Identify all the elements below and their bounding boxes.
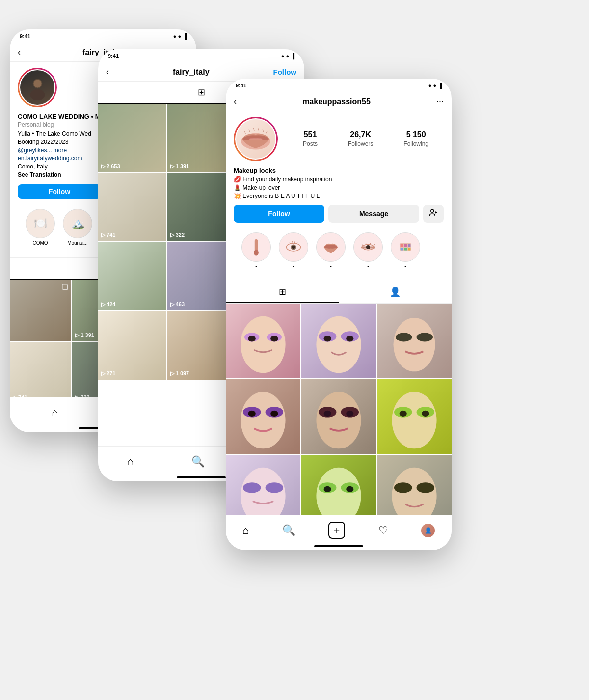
avatar-silhouette-1 <box>26 76 50 100</box>
svg-point-29 <box>366 245 370 249</box>
highlight-circle-1-3 <box>241 232 271 262</box>
signal-3: ● ● ▐ <box>428 83 442 88</box>
profile-header-3: 551 Posts 26,7K Followers 5 150 Followin… <box>226 111 452 281</box>
grid-cell-1-1: ❏ <box>10 280 71 341</box>
grid-tabs-3: ⊞ 👤 <box>226 281 452 304</box>
grid-cell-3-5 <box>301 379 376 454</box>
username-2: fairy_italy <box>173 68 210 77</box>
svg-line-31 <box>366 243 366 245</box>
see-translation-1[interactable]: See Translation <box>18 171 61 178</box>
highlight-como-1[interactable]: 🍽️ COMO <box>26 209 55 246</box>
multi-icon-1-1: ❏ <box>62 283 68 291</box>
highlight-label-4-3: • <box>367 264 369 269</box>
bio-text-3: 💋 Find your daily makeup inspiration 💄 M… <box>234 175 444 200</box>
svg-point-42 <box>241 316 285 373</box>
grid-cell-2-4: ▷ 741 <box>98 173 166 242</box>
home-icon-2[interactable]: ⌂ <box>127 455 134 468</box>
grid-tab-tagged-3[interactable]: 👤 <box>339 281 452 303</box>
add-person-button-3[interactable] <box>423 205 444 223</box>
grid-cell-3-2 <box>301 304 376 378</box>
svg-point-59 <box>270 411 278 417</box>
svg-point-65 <box>392 392 436 449</box>
highlight-svg-1 <box>244 235 268 259</box>
add-icon-3[interactable]: ＋ <box>328 522 345 539</box>
grid-cell-2-1: ▷ 2 653 <box>98 104 166 172</box>
svg-point-60 <box>316 392 361 449</box>
highlight-2-3[interactable]: • <box>279 232 308 269</box>
stat-followers-num-3: 26,7K <box>348 130 373 139</box>
highlight-circle-3-3 <box>316 232 346 262</box>
back-button-2[interactable]: ‹ <box>106 67 109 77</box>
svg-point-46 <box>270 336 278 342</box>
highlight-3-3[interactable]: • <box>316 232 346 269</box>
more-button-3[interactable]: ··· <box>436 96 444 107</box>
svg-line-5 <box>244 131 246 134</box>
highlight-4-3[interactable]: • <box>353 232 383 269</box>
highlight-mountain-1[interactable]: 🏔️ Mounta... <box>63 209 92 246</box>
grid-cell-3-3 <box>377 304 452 378</box>
home-icon-3[interactable]: ⌂ <box>242 524 249 537</box>
highlight-circle-2-3 <box>279 232 308 262</box>
highlight-label-2-3: • <box>293 264 294 269</box>
svg-point-1 <box>30 89 44 99</box>
signal-1: ● ● ▐ <box>173 33 187 39</box>
time-2: 9:41 <box>108 53 119 59</box>
back-button-3[interactable]: ‹ <box>234 96 237 107</box>
svg-point-45 <box>248 336 256 342</box>
heart-icon-3[interactable]: ♡ <box>378 524 388 537</box>
avatar-1 <box>18 68 57 107</box>
grid-cell-1-4: ▷ 741 <box>10 342 71 404</box>
face-svg-2 <box>301 304 376 378</box>
highlight-5-3[interactable]: • <box>391 232 420 269</box>
grid-cell-2-2: ▷ 1 391 <box>167 104 236 172</box>
highlight-svg-2 <box>282 235 305 259</box>
video-count-2-1: ▷ 2 653 <box>101 163 120 169</box>
follow-button-3[interactable]: Follow <box>234 205 324 223</box>
username-3: makeuppassion55 <box>302 97 371 106</box>
stat-followers-3: 26,7K Followers <box>348 130 373 148</box>
lips-illustration <box>237 125 274 153</box>
video-count-2-11: ▷ 1 097 <box>170 370 189 377</box>
home-icon-1[interactable]: ⌂ <box>52 406 58 419</box>
highlight-1-3[interactable]: • <box>241 232 271 269</box>
svg-line-8 <box>258 128 259 131</box>
scroll-content-3[interactable]: 551 Posts 26,7K Followers 5 150 Followin… <box>226 111 452 550</box>
grid-tab-posts-3[interactable]: ⊞ <box>226 281 339 303</box>
grid-cell-2-10: ▷ 271 <box>98 311 166 380</box>
avatar-inner-3 <box>235 118 276 160</box>
photo-grid-3 <box>226 304 452 530</box>
search-icon-2[interactable]: 🔍 <box>191 455 205 468</box>
follow-button-1[interactable]: Follow <box>18 184 101 199</box>
grid-cell-2-11: ▷ 1 097 <box>167 311 236 380</box>
highlight-label-5-3: • <box>404 264 406 269</box>
bio-link1-1[interactable]: @greylikes... more <box>18 147 67 154</box>
svg-point-52 <box>393 318 435 371</box>
highlight-label-1-3: • <box>255 264 257 269</box>
svg-point-79 <box>394 483 412 493</box>
bio-line3-3: 💥 Everyone is B E A U T I F U L <box>234 192 444 200</box>
search-icon-3[interactable]: 🔍 <box>282 524 295 537</box>
bio-name-3: Makeup looks <box>234 167 444 174</box>
grid-cell-2-8: ▷ 463 <box>167 242 236 310</box>
svg-point-16 <box>254 250 259 256</box>
svg-point-77 <box>346 486 353 492</box>
svg-point-2 <box>33 80 41 87</box>
stat-following-num-3: 5 150 <box>403 130 428 139</box>
bio-link2-1[interactable]: en.fairyitalywedding.com <box>18 155 82 162</box>
svg-point-80 <box>417 483 434 493</box>
highlight-icon-como: 🍽️ <box>34 217 47 230</box>
profile-icon-3[interactable]: 👤 <box>421 524 435 537</box>
back-button-1[interactable]: ‹ <box>18 47 21 57</box>
time-3: 9:41 <box>236 83 246 88</box>
grid-cell-2-7: ▷ 424 <box>98 242 166 310</box>
home-indicator-3 <box>314 545 363 547</box>
time-1: 9:41 <box>20 33 30 39</box>
avatar-inner-1 <box>19 69 55 106</box>
stat-following-3: 5 150 Following <box>403 130 428 148</box>
message-button-3[interactable]: Message <box>328 205 419 223</box>
avatar-ring-1 <box>18 68 57 107</box>
svg-point-53 <box>396 333 412 342</box>
video-count-2-5: ▷ 322 <box>170 232 185 238</box>
follow-link-2[interactable]: Follow <box>273 68 297 76</box>
highlights-row-3: • <box>234 228 444 273</box>
